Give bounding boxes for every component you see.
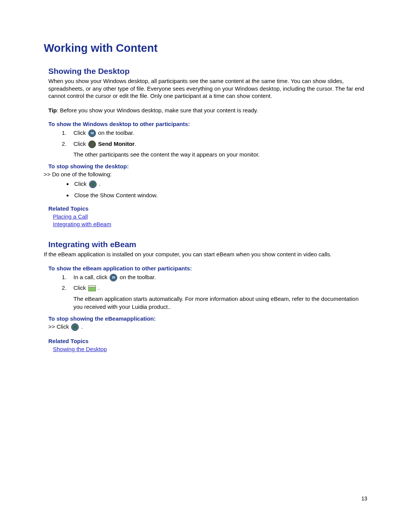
procedure-heading: To stop showing the desktop: <box>48 163 367 169</box>
tip-text: : Before you show your Windows desktop, … <box>57 107 258 113</box>
intro-paragraph: When you show your Windows desktop, all … <box>48 77 367 100</box>
step-item: Click Send Monitor. <box>68 140 367 149</box>
bullet-list: Click . Close the Show Content window. <box>48 180 367 199</box>
step-item: In a call, click on the toolbar. <box>68 273 367 282</box>
procedure-heading: To stop showing the eBeamapplication: <box>48 315 367 322</box>
step-text: . <box>135 141 136 147</box>
step-text: Click <box>73 284 88 291</box>
result-text: The other participants see the content t… <box>73 150 367 158</box>
step-text: on the toolbar. <box>118 274 156 280</box>
step-text: Click <box>73 129 88 136</box>
related-topics-heading: Related Topics <box>48 338 367 344</box>
procedure-heading: To show the eBeam application to other p… <box>48 265 367 272</box>
stop-text: . <box>80 323 83 330</box>
play-icon <box>88 141 96 148</box>
intro-paragraph: If the eBeam application is installed on… <box>44 251 367 258</box>
stop-text: >> Click <box>48 323 70 330</box>
send-monitor-label: Send Monitor <box>98 141 135 147</box>
step-text: Click <box>73 141 88 147</box>
step-text: In a call, click <box>73 274 109 280</box>
monitor-icon <box>88 129 96 137</box>
ebeam-icon <box>88 285 96 291</box>
tip-paragraph: Tip: Before you show your Windows deskto… <box>48 107 367 114</box>
bullet-text: Click <box>74 181 88 187</box>
page-title: Working with Content <box>44 42 367 54</box>
section-heading-showing-desktop: Showing the Desktop <box>48 67 367 76</box>
bullet-text: . <box>97 181 100 187</box>
result-text: The eBeam application starts automatical… <box>73 295 367 311</box>
tip-label: Tip <box>48 107 57 113</box>
step-text: on the toolbar. <box>97 129 134 136</box>
related-links: Showing the Desktop <box>53 346 367 353</box>
steps-list: In a call, click on the toolbar. Click . <box>48 273 367 292</box>
related-links: Placing a Call Integrating with eBeam <box>53 213 367 228</box>
monitor-icon <box>110 274 117 281</box>
stop-icon <box>71 323 79 331</box>
link-integrating-with-ebeam[interactable]: Integrating with eBeam <box>53 221 111 227</box>
step-item: Click on the toolbar. <box>68 129 367 137</box>
procedure-heading: To show the Windows desktop to other par… <box>48 121 367 127</box>
page-number: 13 <box>361 495 367 502</box>
link-placing-a-call[interactable]: Placing a Call <box>53 213 88 220</box>
step-text: . <box>97 284 100 291</box>
stop-line: >> Click . <box>48 323 367 331</box>
related-topics-heading: Related Topics <box>48 205 367 212</box>
link-showing-the-desktop[interactable]: Showing the Desktop <box>53 346 107 352</box>
step-item: Click . <box>68 284 367 292</box>
steps-list: Click on the toolbar. Click Send Monitor… <box>48 129 367 148</box>
stop-icon <box>89 181 97 188</box>
bullet-item: Close the Show Content window. <box>73 191 367 199</box>
document-page: Working with Content Showing the Desktop… <box>0 0 411 532</box>
section-heading-integrating-ebeam: Integrating with eBeam <box>48 240 367 249</box>
bullet-item: Click . <box>73 180 367 188</box>
stop-intro: >> Do one of the following: <box>44 171 367 177</box>
